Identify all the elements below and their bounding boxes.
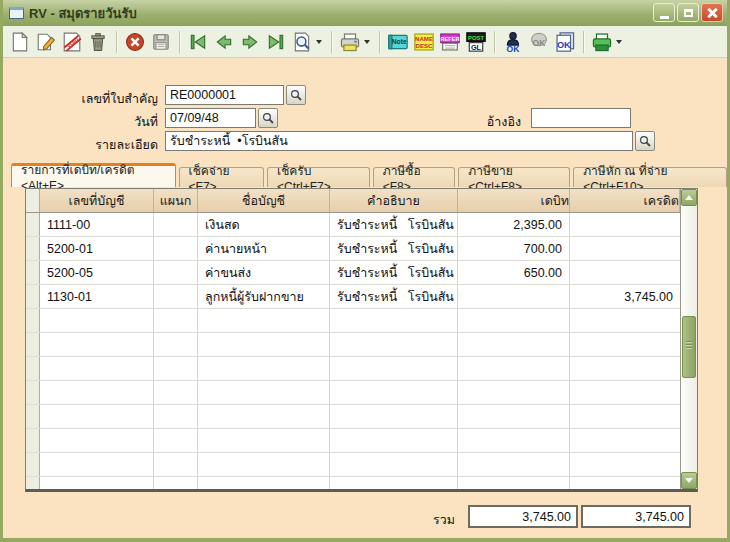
scroll-down-button[interactable]	[681, 472, 697, 489]
cell-credit[interactable]	[570, 309, 680, 332]
void-document-button[interactable]: VOID	[59, 29, 85, 55]
row-selector[interactable]	[26, 285, 40, 308]
row-selector[interactable]	[26, 453, 40, 476]
print-preview-button[interactable]	[289, 29, 315, 55]
approve-documents-button[interactable]: OK	[552, 29, 578, 55]
cell-account[interactable]	[40, 309, 154, 332]
cell-description[interactable]: รับชำระหนี้ โรบินสัน	[330, 237, 458, 260]
cell-credit[interactable]	[570, 429, 680, 452]
cell-department[interactable]	[154, 381, 198, 404]
cell-debit[interactable]: 650.00	[458, 261, 570, 284]
cell-debit[interactable]	[458, 381, 570, 404]
tab-debit-credit-entries[interactable]: รายการที่เดบิท/เครดิต <Alt+E>	[11, 163, 176, 187]
table-scrollbar[interactable]	[680, 189, 697, 489]
tab-sales-tax[interactable]: ภาษีขาย <Ctrl+F8>	[458, 167, 570, 187]
cancel-button[interactable]	[122, 29, 148, 55]
cell-account[interactable]	[40, 357, 154, 380]
cell-description[interactable]	[330, 405, 458, 428]
cell-debit[interactable]	[458, 309, 570, 332]
cell-account-name[interactable]	[198, 333, 330, 356]
cell-department[interactable]	[154, 261, 198, 284]
close-button[interactable]	[701, 3, 723, 22]
row-selector[interactable]	[26, 477, 40, 492]
title-bar[interactable]: RV - สมุดรายวันรับ	[3, 0, 727, 26]
cell-department[interactable]	[154, 357, 198, 380]
cell-account-name[interactable]	[198, 309, 330, 332]
cell-account-name[interactable]: ค่านายหน้า	[198, 237, 330, 260]
cell-debit[interactable]	[458, 333, 570, 356]
row-selector[interactable]	[26, 357, 40, 380]
new-document-button[interactable]	[7, 29, 33, 55]
description-lookup-button[interactable]	[635, 131, 655, 151]
tab-purchase-tax[interactable]: ภาษีซื้อ <F8>	[373, 167, 456, 187]
row-selector[interactable]	[26, 237, 40, 260]
tab-cheque-received[interactable]: เช็ครับ <Ctrl+F7>	[267, 167, 370, 187]
cell-account[interactable]	[40, 477, 154, 492]
print-form-dropdown[interactable]	[616, 40, 622, 44]
cell-account[interactable]	[40, 405, 154, 428]
maximize-button[interactable]	[677, 3, 699, 22]
cell-department[interactable]	[154, 477, 198, 492]
scrollbar-thumb[interactable]	[682, 316, 696, 378]
cell-debit[interactable]	[458, 429, 570, 452]
name-desc-button[interactable]: NAMEDESC	[411, 29, 437, 55]
cell-account[interactable]	[40, 453, 154, 476]
cell-department[interactable]	[154, 309, 198, 332]
cell-department[interactable]	[154, 453, 198, 476]
cell-account-name[interactable]	[198, 405, 330, 428]
row-selector[interactable]	[26, 381, 40, 404]
cell-account-name[interactable]	[198, 429, 330, 452]
edit-document-button[interactable]	[33, 29, 59, 55]
cell-account[interactable]	[40, 429, 154, 452]
last-record-button[interactable]	[263, 29, 289, 55]
cell-description[interactable]	[330, 309, 458, 332]
cell-debit[interactable]	[458, 285, 570, 308]
refer-button[interactable]: REFER	[437, 29, 463, 55]
cell-account[interactable]: 5200-05	[40, 261, 154, 284]
cell-description[interactable]	[330, 477, 458, 492]
previous-record-button[interactable]	[211, 29, 237, 55]
cell-account-name[interactable]	[198, 453, 330, 476]
cell-credit[interactable]	[570, 357, 680, 380]
row-selector[interactable]	[26, 429, 40, 452]
cell-account[interactable]: 5200-01	[40, 237, 154, 260]
cell-account-name[interactable]: ลูกหนี้ผู้รับฝากขาย	[198, 285, 330, 308]
cell-department[interactable]	[154, 405, 198, 428]
cell-description[interactable]	[330, 381, 458, 404]
tab-cheque-paid[interactable]: เช็คจ่าย <F7>	[179, 167, 265, 187]
cell-description[interactable]: รับชำระหนี้ โรบินสัน	[330, 213, 458, 236]
cell-account[interactable]: 1130-01	[40, 285, 154, 308]
row-selector[interactable]	[26, 405, 40, 428]
cell-description[interactable]	[330, 333, 458, 356]
tab-withholding-tax[interactable]: ภาษีหัก ณ ที่จ่าย <Ctrl+F10>	[573, 167, 727, 187]
cell-department[interactable]	[154, 429, 198, 452]
cell-credit[interactable]	[570, 237, 680, 260]
cell-credit[interactable]	[570, 381, 680, 404]
save-button[interactable]	[148, 29, 174, 55]
cell-debit[interactable]	[458, 453, 570, 476]
cell-account-name[interactable]	[198, 381, 330, 404]
next-record-button[interactable]	[237, 29, 263, 55]
cell-debit[interactable]: 2,395.00	[458, 213, 570, 236]
doc-no-input[interactable]	[165, 85, 284, 105]
cell-credit[interactable]	[570, 453, 680, 476]
description-input[interactable]	[165, 131, 633, 151]
row-selector[interactable]	[26, 309, 40, 332]
first-record-button[interactable]	[185, 29, 211, 55]
row-selector[interactable]	[26, 261, 40, 284]
cell-description[interactable]: รับชำระหนี้ โรบินสัน	[330, 285, 458, 308]
cell-department[interactable]	[154, 333, 198, 356]
cell-credit[interactable]: 3,745.00	[570, 285, 680, 308]
cell-account-name[interactable]	[198, 477, 330, 492]
cell-credit[interactable]	[570, 333, 680, 356]
cell-account[interactable]	[40, 381, 154, 404]
cell-description[interactable]	[330, 453, 458, 476]
minimize-button[interactable]	[653, 3, 675, 22]
approve-person-button[interactable]: OK	[500, 29, 526, 55]
cell-department[interactable]	[154, 237, 198, 260]
reference-input[interactable]	[531, 108, 631, 128]
date-input[interactable]	[165, 108, 256, 128]
cell-department[interactable]	[154, 285, 198, 308]
row-selector[interactable]	[26, 213, 40, 236]
note-button[interactable]: Note	[385, 29, 411, 55]
